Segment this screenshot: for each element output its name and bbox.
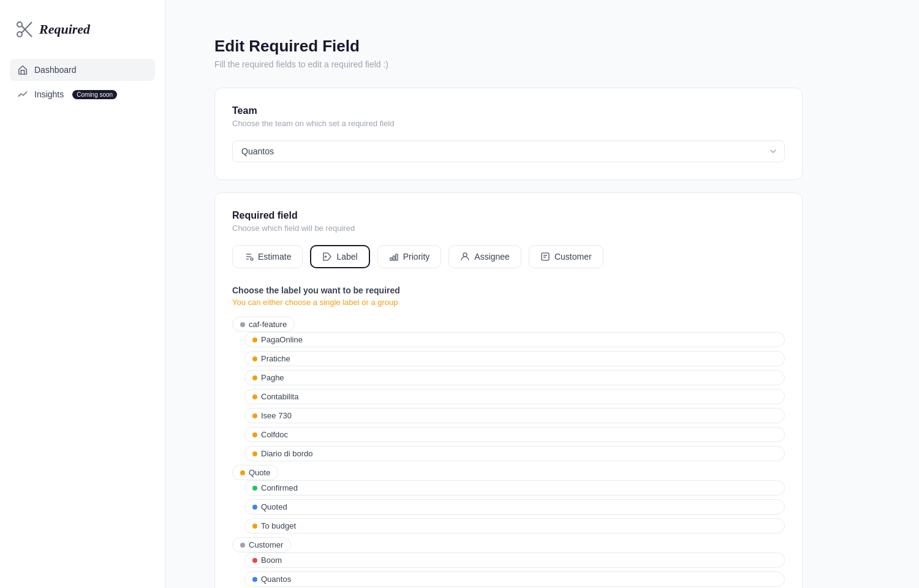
label-chip-isee730-text: Isee 730	[261, 411, 292, 420]
coming-soon-badge: Coming soon	[72, 90, 117, 99]
label-dot-pratiche	[252, 356, 257, 361]
label-chip-quote[interactable]: Quote	[232, 465, 278, 480]
sidebar-item-dashboard-label: Dashboard	[34, 65, 77, 75]
label-chip-quantos[interactable]: Quantos	[244, 571, 785, 587]
field-option-customer-label: Customer	[554, 252, 592, 262]
label-indent-customer: Boom Quantos	[244, 552, 785, 587]
field-option-estimate-label: Estimate	[258, 252, 291, 262]
label-dot-colfdoc	[252, 432, 257, 437]
label-group-customer: Customer Boom Quantos	[232, 537, 785, 587]
label-chip-diariodibordo[interactable]: Diario di bordo	[244, 446, 785, 461]
logo-text: Required	[39, 21, 90, 37]
home-icon	[17, 64, 28, 75]
assignee-icon	[460, 252, 470, 262]
label-chip-caf-feature-text: caf-feature	[249, 320, 287, 329]
page-subtitle: Fill the required fields to edit a requi…	[214, 59, 870, 69]
team-card: Team Choose the team on which set a requ…	[214, 88, 803, 180]
team-select[interactable]: Quantos	[232, 140, 785, 162]
svg-point-5	[325, 256, 327, 257]
label-dot-quoted	[252, 505, 257, 510]
label-group-quote: Quote Confirmed Quoted To	[232, 465, 785, 533]
label-dot-quote	[240, 470, 245, 475]
main-content: Edit Required Field Fill the required fi…	[165, 0, 919, 588]
label-section-title: Choose the label you want to be required	[232, 285, 785, 295]
label-chip-customer-group-text: Customer	[249, 540, 283, 549]
sidebar-item-insights[interactable]: Insights Coming soon	[10, 83, 155, 105]
svg-rect-10	[542, 253, 549, 260]
label-dot-boom	[252, 558, 257, 563]
label-chip-paghe-text: Paghe	[261, 373, 284, 382]
team-card-title: Team	[232, 105, 785, 116]
label-chip-caf-feature[interactable]: caf-feature	[232, 317, 295, 332]
label-chip-quoted-text: Quoted	[261, 502, 287, 511]
team-card-subtitle: Choose the team on which set a required …	[232, 119, 785, 128]
label-dot-pagaonline	[252, 337, 257, 342]
svg-rect-7	[393, 256, 395, 260]
label-indent-caf-feature: PagaOnline Pratiche Paghe Contabili	[244, 332, 785, 461]
svg-point-9	[463, 253, 467, 257]
label-chip-contabilita-text: Contabilita	[261, 392, 298, 401]
label-icon	[322, 252, 332, 262]
estimate-icon	[244, 252, 254, 262]
label-chip-pagaonline[interactable]: PagaOnline	[244, 332, 785, 347]
label-chip-quote-text: Quote	[249, 468, 270, 477]
required-field-card: Required field Choose which field will b…	[214, 192, 803, 588]
svg-point-4	[251, 258, 253, 260]
label-chip-tobudget-text: To budget	[261, 521, 296, 530]
label-chip-tobudget[interactable]: To budget	[244, 518, 785, 533]
sidebar-item-dashboard[interactable]: Dashboard	[10, 59, 155, 81]
required-field-subtitle: Choose which field will be required	[232, 224, 785, 233]
svg-rect-6	[390, 258, 392, 260]
label-chip-boom[interactable]: Boom	[244, 552, 785, 568]
chart-icon	[17, 89, 28, 100]
app-layout: Required Dashboard Insights Coming soon …	[0, 0, 919, 588]
sidebar-nav: Dashboard Insights Coming soon	[10, 59, 155, 108]
field-option-assignee[interactable]: Assignee	[448, 245, 521, 268]
label-chip-colfdoc-text: Colfdoc	[261, 430, 288, 439]
field-option-assignee-label: Assignee	[474, 252, 510, 262]
label-chip-contabilita[interactable]: Contabilita	[244, 389, 785, 404]
label-chip-customer-group[interactable]: Customer	[232, 537, 291, 552]
logo-area: Required	[10, 20, 155, 39]
priority-icon	[389, 252, 399, 262]
label-dot-tobudget	[252, 524, 257, 529]
field-option-priority[interactable]: Priority	[377, 245, 442, 268]
field-option-label-label: Label	[336, 252, 357, 262]
label-chip-confirmed-text: Confirmed	[261, 483, 298, 492]
label-chip-isee730[interactable]: Isee 730	[244, 408, 785, 423]
label-dot-isee730	[252, 413, 257, 418]
label-chip-pratiche[interactable]: Pratiche	[244, 351, 785, 366]
label-dot-caf-feature	[240, 322, 245, 327]
label-dot-quantos	[252, 577, 257, 582]
label-chip-quantos-text: Quantos	[261, 575, 291, 584]
label-dot-customer-group	[240, 543, 245, 548]
label-dot-confirmed	[252, 486, 257, 491]
required-field-title: Required field	[232, 210, 785, 221]
svg-rect-8	[396, 254, 398, 260]
label-list: caf-feature PagaOnline Pratiche	[232, 317, 785, 587]
svg-point-1	[17, 32, 22, 37]
label-indent-quote: Confirmed Quoted To budget	[244, 480, 785, 533]
label-chip-pagaonline-text: PagaOnline	[261, 335, 303, 344]
field-option-estimate[interactable]: Estimate	[232, 245, 303, 268]
label-chip-quoted[interactable]: Quoted	[244, 499, 785, 514]
label-chip-pratiche-text: Pratiche	[261, 354, 290, 363]
label-group-caf-feature: caf-feature PagaOnline Pratiche	[232, 317, 785, 461]
field-option-label[interactable]: Label	[310, 245, 369, 268]
label-chip-confirmed[interactable]: Confirmed	[244, 480, 785, 496]
sidebar-item-insights-label: Insights	[34, 89, 64, 99]
label-section-hint: You can either choose a single label or …	[232, 298, 785, 307]
label-chip-diariodibordo-text: Diario di bordo	[261, 449, 313, 458]
label-chip-colfdoc[interactable]: Colfdoc	[244, 427, 785, 442]
label-chip-paghe[interactable]: Paghe	[244, 370, 785, 385]
customer-icon	[540, 252, 550, 262]
label-dot-diariodibordo	[252, 451, 257, 456]
label-chip-boom-text: Boom	[261, 556, 282, 565]
field-option-priority-label: Priority	[403, 252, 430, 262]
label-dot-paghe	[252, 375, 257, 380]
page-title: Edit Required Field	[214, 37, 870, 56]
sidebar: Required Dashboard Insights Coming soon	[0, 0, 165, 588]
label-dot-contabilita	[252, 394, 257, 399]
field-option-customer[interactable]: Customer	[529, 245, 603, 268]
svg-point-0	[17, 22, 22, 27]
